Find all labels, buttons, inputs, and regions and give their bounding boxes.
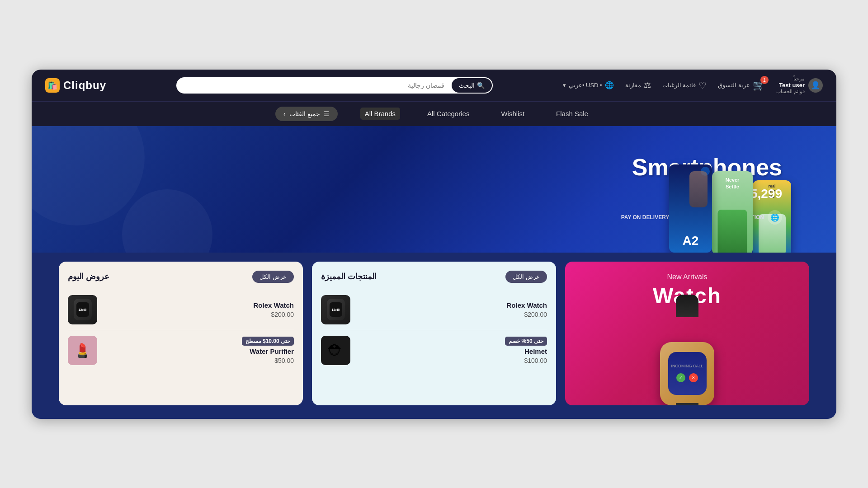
currency-selector[interactable]: 🌐 • USD •عربي ▾ bbox=[563, 81, 614, 89]
today-deals-card: عرض الكل عروض اليوم Rolex Watch $200.00 … bbox=[59, 262, 303, 405]
today-deal-2-price: $50.00 bbox=[242, 357, 294, 364]
search-label: البحث bbox=[459, 82, 475, 89]
phone3-text: A2 bbox=[683, 234, 699, 248]
today-deals-header: عرض الكل عروض اليوم bbox=[68, 271, 294, 283]
featured-product-2-name: Helmet bbox=[505, 347, 547, 355]
account-label: قوائم الحساب bbox=[776, 89, 805, 94]
hero-banner: Smartphones Starting ₹5,299 🌐 WIDE SELEC… bbox=[32, 126, 836, 253]
today-deal-2-thumb: 💄 bbox=[68, 336, 97, 365]
compare-icon: ⚖ bbox=[644, 80, 651, 90]
today-deal-1-info: Rolex Watch $200.00 bbox=[254, 301, 294, 318]
logo-icon: 🛍️ bbox=[45, 78, 60, 93]
nav-actions: 👤 مرحتاً Test user قوائم الحساب 🛒 1 عرية… bbox=[563, 76, 823, 94]
today-deal-1-thumb: 12:45 bbox=[68, 295, 97, 324]
nav-flash-sale[interactable]: Flash Sale bbox=[552, 108, 593, 120]
featured-product-1-thumb: 12:45 bbox=[321, 295, 350, 324]
currency-text: • USD •عربي bbox=[569, 82, 602, 89]
search-input[interactable] bbox=[177, 78, 452, 93]
featured-products-card: عرض الكل المنتجات المميزة Rolex Watch $2… bbox=[312, 262, 556, 405]
grid-icon: ☰ bbox=[324, 110, 330, 117]
nav-all-brands[interactable]: All Brands bbox=[360, 108, 400, 120]
featured-product-item-2[interactable]: حتى 50% خصم Helmet $100.00 ⛑ bbox=[321, 330, 547, 371]
today-deals-show-all-btn[interactable]: عرض الكل bbox=[252, 271, 294, 283]
cart-label: عرية التسوق bbox=[718, 82, 750, 89]
accept-icon: ✓ bbox=[676, 373, 685, 382]
new-arrivals-label: New Arrivals bbox=[667, 273, 708, 281]
selection-icon: 🌐 bbox=[768, 210, 782, 225]
chevron-down-icon: ▾ bbox=[563, 82, 566, 89]
featured-product-2-price: $100.00 bbox=[505, 357, 547, 364]
decline-icon: ✕ bbox=[689, 373, 698, 382]
today-deal-2-name: Water Purifier bbox=[242, 347, 294, 355]
phone-card-2: NeverSettle bbox=[712, 171, 753, 253]
featured-product-2-thumb: ⛑ bbox=[321, 336, 350, 365]
featured-show-all-btn[interactable]: عرض الكل bbox=[505, 271, 547, 283]
today-deal-item-1[interactable]: Rolex Watch $200.00 12:45 bbox=[68, 290, 294, 330]
avatar: 👤 bbox=[808, 78, 823, 93]
wishlist-nav-item[interactable]: ♡ فائمة الرغبات bbox=[662, 80, 707, 91]
cart-count: 1 bbox=[760, 76, 769, 84]
categories-dropdown-btn[interactable]: ☰ جميع الفئات › bbox=[275, 107, 338, 121]
featured-product-1-name: Rolex Watch bbox=[507, 301, 547, 309]
watch-screen: INCOMING CALL ✕ ✓ bbox=[668, 352, 707, 395]
search-box: 🔍 البحث bbox=[176, 77, 493, 94]
today-deals-title: عروض اليوم bbox=[68, 272, 109, 282]
wishlist-label: فائمة الرغبات bbox=[662, 82, 696, 89]
phone-card-3: A2 bbox=[669, 164, 712, 253]
today-deal-1-name: Rolex Watch bbox=[254, 301, 294, 309]
watch-band-bottom bbox=[676, 403, 698, 405]
featured-product-2-info: حتى 50% خصم Helmet $100.00 bbox=[505, 337, 547, 364]
top-navigation: 🛍️ Cliqbuy 🔍 البحث 👤 مرحتاً Test user قو… bbox=[32, 70, 836, 101]
featured-product-1-info: Rolex Watch $200.00 bbox=[507, 301, 547, 318]
watch-band-top bbox=[676, 295, 698, 317]
phone2-text: NeverSettle bbox=[714, 177, 750, 191]
incoming-call-text: INCOMING CALL bbox=[671, 364, 703, 368]
greeting-text: مرحتاً bbox=[776, 76, 805, 82]
nav-all-categories[interactable]: All Categories bbox=[423, 108, 474, 120]
new-arrivals-card[interactable]: New Arrivals Watch INCOMING CALL ✕ ✓ bbox=[565, 262, 809, 405]
search-area: 🔍 البحث bbox=[176, 77, 493, 94]
compare-label: مقارنة bbox=[625, 82, 641, 89]
chevron-down-icon-categories: › bbox=[283, 110, 286, 117]
secondary-navigation: ☰ جميع الفئات › All Brands All Categorie… bbox=[32, 101, 836, 126]
globe-icon: 🌐 bbox=[605, 81, 614, 89]
cart-badge: 🛒 1 bbox=[753, 80, 765, 91]
logo-text: Cliqbuy bbox=[63, 79, 106, 92]
today-deal-2-info: حتى 10.00$ مسطح Water Purifier $50.00 bbox=[242, 337, 294, 364]
logo-area[interactable]: 🛍️ Cliqbuy bbox=[45, 78, 106, 93]
cart-item[interactable]: 🛒 1 عرية التسوق bbox=[718, 80, 765, 91]
heart-icon: ♡ bbox=[698, 80, 707, 91]
today-deal-1-price: $200.00 bbox=[254, 311, 294, 318]
featured-product-item-1[interactable]: Rolex Watch $200.00 12:45 bbox=[321, 290, 547, 330]
compare-nav-item[interactable]: ⚖ مقارنة bbox=[625, 80, 651, 90]
today-deal-item-2[interactable]: حتى 10.00$ مسطح Water Purifier $50.00 💄 bbox=[68, 330, 294, 371]
featured-discount-badge: حتى 50% خصم bbox=[505, 337, 547, 346]
featured-product-1-price: $200.00 bbox=[507, 311, 547, 318]
today-discount-badge: حتى 10.00$ مسطح bbox=[242, 337, 294, 346]
watch-thumb-time-2: 12:45 bbox=[79, 308, 87, 311]
featured-products-title: المنتجات المميزة bbox=[321, 272, 377, 282]
watch-illustration: INCOMING CALL ✕ ✓ bbox=[642, 315, 732, 405]
featured-products-header: عرض الكل المنتجات المميزة bbox=[321, 271, 547, 283]
user-section[interactable]: 👤 مرحتاً Test user قوائم الحساب bbox=[776, 76, 823, 94]
main-content: New Arrivals Watch INCOMING CALL ✕ ✓ bbox=[32, 253, 836, 419]
categories-label: جميع الفئات bbox=[289, 110, 320, 117]
nav-wishlist[interactable]: Wishlist bbox=[496, 108, 529, 120]
watch-body: INCOMING CALL ✕ ✓ bbox=[660, 342, 714, 405]
badge2-text: PAY ON DELIVERY bbox=[621, 214, 670, 221]
search-icon: 🔍 bbox=[477, 82, 485, 89]
username-text: Test user bbox=[776, 82, 805, 89]
search-button[interactable]: 🔍 البحث bbox=[452, 78, 492, 93]
watch-thumb-time: 12:45 bbox=[332, 308, 340, 311]
